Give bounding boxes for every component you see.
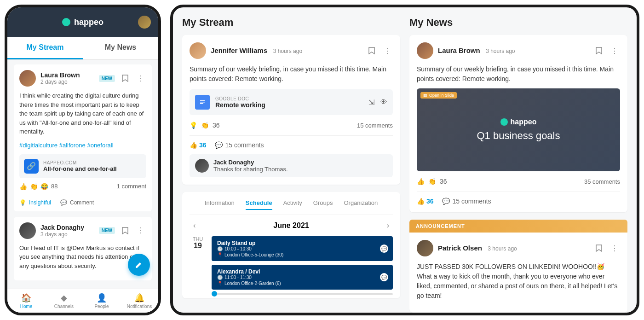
mobile-header: happeo bbox=[7, 7, 158, 37]
calendar-event[interactable]: Alexandra / Devi 🕐11:00 - 11:30 📍London … bbox=[212, 265, 393, 290]
chat-icon[interactable]: 💬 bbox=[380, 244, 388, 253]
announcement-label: ANNOUNCEMENT bbox=[409, 220, 627, 233]
slider-thumb[interactable] bbox=[212, 291, 217, 297]
post-body: JUST PASSED 30K FOLLOWERS ON LINKEDIN! W… bbox=[417, 262, 620, 301]
nav-notifications[interactable]: 🔔 Notifications bbox=[121, 293, 158, 309]
avatar[interactable] bbox=[195, 159, 209, 173]
media-title: Q1 business goals bbox=[477, 130, 560, 142]
calendar-header: ‹ June 2021 › bbox=[190, 215, 393, 236]
event-location: 📍London Office-5-Lounge (30) bbox=[217, 252, 387, 257]
more-icon[interactable]: ⋮ bbox=[135, 225, 146, 236]
comment-count[interactable]: 1 comment bbox=[117, 183, 146, 190]
more-icon[interactable]: ⋮ bbox=[609, 45, 620, 56]
open-icon[interactable]: ⇲ bbox=[368, 98, 374, 107]
card-actions: 👍 36 💬 15 comments bbox=[190, 135, 393, 149]
post-author[interactable]: Jennifer Williams bbox=[211, 47, 267, 54]
comment-count[interactable]: 35 comments bbox=[584, 178, 620, 185]
link-card[interactable]: 🔗 HAPPEO.COM All-for-one and one-for-all bbox=[19, 154, 146, 178]
avatar[interactable] bbox=[138, 16, 151, 29]
post-body: Summary of our weekly briefing, in case … bbox=[417, 64, 620, 84]
comment-icon: 💬 bbox=[60, 199, 67, 206]
avatar[interactable] bbox=[417, 42, 433, 59]
bookmark-icon[interactable] bbox=[593, 243, 604, 254]
new-badge: NEW bbox=[99, 75, 115, 82]
slide-preview[interactable]: ▦Open in Slide happeo Q1 business goals bbox=[417, 88, 620, 171]
doc-actions: ⇲ 👁 bbox=[368, 98, 387, 107]
bookmark-icon[interactable] bbox=[120, 73, 131, 84]
comments-button[interactable]: 💬 15 comments bbox=[215, 141, 264, 149]
hashtags[interactable]: #digitialculture #allforone #oneforall bbox=[19, 142, 146, 149]
thumbs-up-icon: 👍 bbox=[417, 178, 425, 185]
thumb-icon: 👍 bbox=[417, 198, 425, 205]
time-slider[interactable] bbox=[212, 293, 393, 295]
preview-icon[interactable]: 👁 bbox=[380, 98, 387, 107]
clock-icon: 🕐 bbox=[217, 275, 223, 280]
nav-people[interactable]: 👤 People bbox=[83, 293, 121, 309]
brand-name: happeo bbox=[74, 17, 104, 27]
bell-icon: 🔔 bbox=[134, 293, 144, 303]
bottom-nav: 🏠 Home ◆ Channels 👤 People 🔔 Notificatio… bbox=[7, 289, 158, 313]
post-header: Laura Brown 2 days ago NEW ⋮ bbox=[19, 70, 146, 87]
like-button[interactable]: 👍 36 bbox=[190, 141, 207, 149]
tab-organization[interactable]: Organization bbox=[344, 199, 378, 210]
thumb-icon: 👍 bbox=[190, 141, 197, 149]
reaction-count: 88 bbox=[51, 183, 58, 190]
prev-month-icon[interactable]: ‹ bbox=[193, 221, 196, 230]
tab-information[interactable]: Information bbox=[205, 199, 235, 210]
post-body: Summary of our weekly briefing, in case … bbox=[190, 64, 393, 84]
post-author[interactable]: Patrick Olsen bbox=[438, 244, 482, 252]
post-author[interactable]: Jack Donaghy bbox=[40, 224, 84, 231]
tab-groups[interactable]: Groups bbox=[313, 199, 333, 210]
doc-attachment[interactable]: GOOGLE DOC Remote working ⇲ 👁 bbox=[190, 89, 393, 115]
avatar[interactable] bbox=[190, 42, 206, 59]
avatar[interactable] bbox=[19, 70, 36, 87]
avatar[interactable] bbox=[417, 240, 433, 256]
link-title: All-for-one and one-for-all bbox=[43, 165, 117, 172]
post-time: 3 hours ago bbox=[486, 48, 515, 54]
nav-home[interactable]: 🏠 Home bbox=[7, 293, 45, 309]
event-title: Alexandra / Devi bbox=[217, 268, 387, 275]
comments-button[interactable]: 💬 15 comments bbox=[442, 198, 491, 205]
bookmark-icon[interactable] bbox=[366, 45, 377, 56]
clap-icon: 👏 bbox=[30, 183, 38, 190]
compose-button[interactable] bbox=[128, 254, 150, 276]
home-icon: 🏠 bbox=[21, 293, 31, 303]
post-author[interactable]: Laura Brown bbox=[438, 47, 480, 54]
link-domain: HAPPEO.COM bbox=[43, 160, 117, 165]
avatar[interactable] bbox=[19, 222, 36, 239]
event-title: Daily Stand up bbox=[217, 240, 387, 246]
bookmark-icon[interactable] bbox=[120, 225, 131, 236]
slide-badge[interactable]: ▦Open in Slide bbox=[420, 92, 457, 99]
insightful-button[interactable]: 💡 Insightful bbox=[19, 199, 51, 206]
nav-channels[interactable]: ◆ Channels bbox=[45, 293, 83, 309]
post-author[interactable]: Laura Brown bbox=[40, 71, 80, 79]
tab-my-news[interactable]: My News bbox=[83, 37, 158, 59]
google-doc-icon bbox=[195, 95, 210, 110]
column-title: My Stream bbox=[182, 17, 400, 29]
tab-schedule[interactable]: Schedule bbox=[246, 199, 272, 210]
commenter-name[interactable]: Jack Donaghy bbox=[213, 159, 288, 166]
next-month-icon[interactable]: › bbox=[387, 221, 389, 230]
comment: Jack Donaghy Thanks for sharing Thomas. bbox=[190, 154, 393, 177]
like-button[interactable]: 👍 36 bbox=[417, 198, 434, 205]
tab-my-stream[interactable]: My Stream bbox=[7, 37, 83, 59]
more-icon[interactable]: ⋮ bbox=[609, 243, 620, 254]
news-post: Laura Brown 3 hours ago ⋮ Summary of our… bbox=[409, 35, 627, 212]
comment-button[interactable]: 💬 Comment bbox=[60, 199, 94, 206]
reactions[interactable]: 👍 👏 😂 88 1 comment bbox=[19, 183, 146, 190]
reactions[interactable]: 💡 👏 36 15 comments bbox=[190, 122, 393, 129]
bookmark-icon[interactable] bbox=[593, 45, 604, 56]
mobile-tabs: My Stream My News bbox=[7, 37, 158, 60]
reactions[interactable]: 👍 👏 36 35 comments bbox=[417, 178, 620, 185]
calendar-event[interactable]: Daily Stand up 🕐10:00 - 10:30 📍London Of… bbox=[212, 236, 393, 261]
comment-icon: 💬 bbox=[215, 141, 223, 149]
chat-icon[interactable]: 💬 bbox=[380, 273, 388, 281]
tab-activity[interactable]: Activity bbox=[283, 199, 302, 210]
comment-count[interactable]: 15 comments bbox=[357, 122, 393, 129]
comment-text: Thanks for sharing Thomas. bbox=[213, 166, 288, 173]
more-icon[interactable]: ⋮ bbox=[382, 45, 393, 56]
thumbs-up-icon: 👍 bbox=[19, 183, 27, 190]
schedule-tabs: Information Schedule Activity Groups Org… bbox=[190, 199, 393, 215]
more-icon[interactable]: ⋮ bbox=[135, 73, 146, 84]
post-time: 2 days ago bbox=[40, 79, 80, 85]
